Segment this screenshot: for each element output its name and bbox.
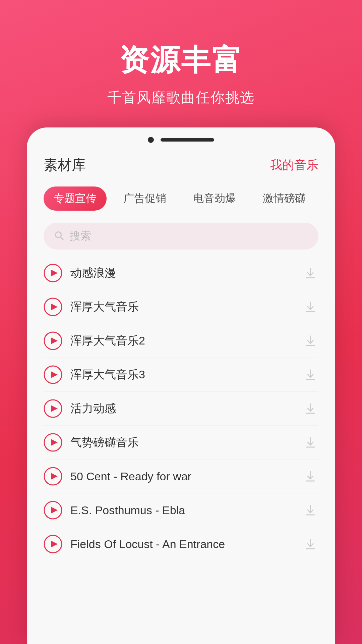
notch-dot xyxy=(148,137,154,143)
list-item: Fields Of Locust - An Entrance xyxy=(44,527,318,561)
play-button[interactable] xyxy=(44,501,62,520)
tab-ad[interactable]: 广告促销 xyxy=(113,186,176,211)
list-item: 活力动感 xyxy=(44,392,318,426)
tab-featured[interactable]: 专题宣传 xyxy=(44,186,107,211)
header-section: 资源丰富 千首风靡歌曲任你挑选 xyxy=(0,0,362,107)
play-button[interactable] xyxy=(44,535,62,553)
play-button[interactable] xyxy=(44,331,62,350)
svg-marker-35 xyxy=(51,541,58,547)
music-name: 动感浪漫 xyxy=(70,265,294,281)
list-item: 浑厚大气音乐 xyxy=(44,290,318,324)
search-icon xyxy=(54,230,64,242)
svg-marker-15 xyxy=(51,371,58,378)
search-placeholder: 搜索 xyxy=(70,229,91,244)
play-button[interactable] xyxy=(44,433,62,452)
search-bar[interactable]: 搜索 xyxy=(44,223,318,250)
phone-notch xyxy=(27,127,335,149)
download-button[interactable] xyxy=(302,434,318,450)
play-button[interactable] xyxy=(44,399,62,418)
app-nav-title: 素材库 xyxy=(44,156,86,174)
app-header: 素材库 我的音乐 xyxy=(44,156,318,174)
play-button[interactable] xyxy=(44,365,62,384)
header-subtitle: 千首风靡歌曲任你挑选 xyxy=(0,88,362,107)
svg-marker-31 xyxy=(51,507,58,514)
list-item: 50 Cent - Ready for war xyxy=(44,460,318,493)
svg-marker-7 xyxy=(51,304,58,310)
phone-mockup: 素材库 我的音乐 专题宣传 广告促销 电音劲爆 激情磅礴 搜索 xyxy=(27,127,335,644)
download-button[interactable] xyxy=(302,468,318,484)
app-content: 素材库 我的音乐 专题宣传 广告促销 电音劲爆 激情磅礴 搜索 xyxy=(27,149,335,639)
music-name: 浑厚大气音乐 xyxy=(70,299,294,315)
svg-marker-23 xyxy=(51,439,58,446)
notch-bar xyxy=(161,138,214,142)
list-item: 气势磅礴音乐 xyxy=(44,426,318,460)
play-button[interactable] xyxy=(44,467,62,486)
music-name: 浑厚大气音乐2 xyxy=(70,333,294,348)
list-item: E.S. Posthumus - Ebla xyxy=(44,493,318,527)
download-button[interactable] xyxy=(302,502,318,518)
svg-marker-3 xyxy=(51,270,58,276)
download-button[interactable] xyxy=(302,265,318,281)
tab-electronic[interactable]: 电音劲爆 xyxy=(183,186,246,211)
category-tabs: 专题宣传 广告促销 电音劲爆 激情磅礴 xyxy=(44,186,318,211)
tab-epic[interactable]: 激情磅礴 xyxy=(253,186,316,211)
music-name: 气势磅礴音乐 xyxy=(70,435,294,450)
download-button[interactable] xyxy=(302,367,318,383)
music-name: 50 Cent - Ready for war xyxy=(70,470,294,483)
svg-marker-11 xyxy=(51,337,58,344)
music-name: Fields Of Locust - An Entrance xyxy=(70,538,294,551)
svg-marker-19 xyxy=(51,405,58,412)
list-item: 浑厚大气音乐3 xyxy=(44,358,318,392)
svg-marker-27 xyxy=(51,473,58,480)
header-title: 资源丰富 xyxy=(0,40,362,80)
music-list: 动感浪漫 浑厚大气音乐 xyxy=(44,256,318,561)
list-item: 浑厚大气音乐2 xyxy=(44,324,318,358)
download-button[interactable] xyxy=(302,299,318,315)
download-button[interactable] xyxy=(302,333,318,349)
music-name: 活力动感 xyxy=(70,401,294,416)
play-button[interactable] xyxy=(44,264,62,282)
my-music-link[interactable]: 我的音乐 xyxy=(270,157,318,173)
download-button[interactable] xyxy=(302,400,318,417)
music-name: 浑厚大气音乐3 xyxy=(70,367,294,382)
download-button[interactable] xyxy=(302,536,318,552)
music-name: E.S. Posthumus - Ebla xyxy=(70,504,294,517)
list-item: 动感浪漫 xyxy=(44,256,318,290)
svg-line-1 xyxy=(61,237,63,239)
play-button[interactable] xyxy=(44,298,62,316)
